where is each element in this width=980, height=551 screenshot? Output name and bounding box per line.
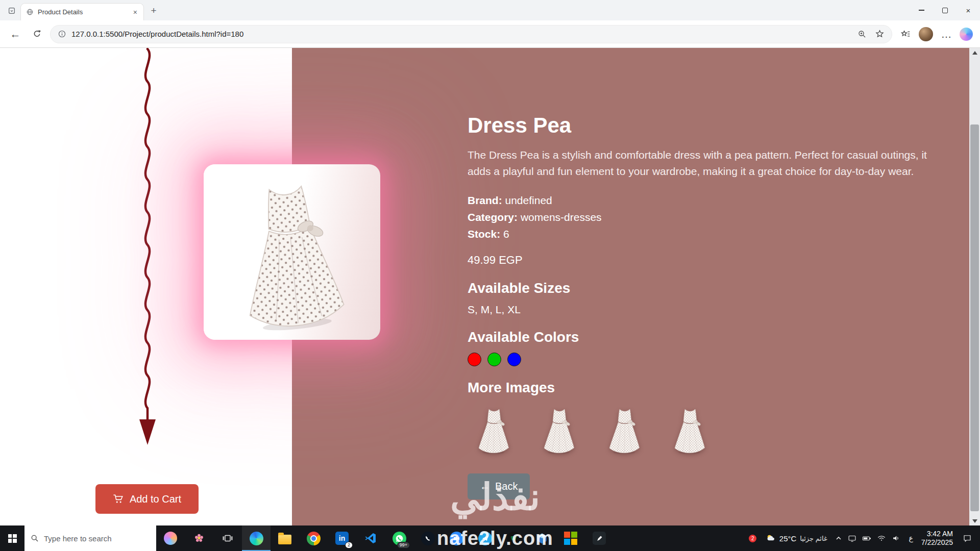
file-explorer-icon[interactable]	[271, 525, 299, 551]
pen-app-icon[interactable]	[585, 525, 614, 551]
stock-label: Stock:	[468, 228, 500, 240]
window-controls: ×	[910, 0, 980, 20]
menu-ellipsis-icon[interactable]: …	[938, 26, 954, 42]
favorites-hub-icon[interactable]	[897, 26, 914, 42]
thumbnail-image[interactable]	[541, 404, 578, 455]
whatsapp-badge: 99+	[397, 542, 410, 548]
chrome-icon[interactable]	[299, 525, 328, 551]
zoom-lens-icon[interactable]	[857, 30, 867, 39]
product-details: Dress Pea The Dress Pea is a stylish and…	[468, 113, 952, 499]
thumbnail-row	[476, 404, 952, 455]
windows-logo-icon	[8, 534, 17, 543]
thumbnail-image[interactable]	[672, 404, 708, 455]
battery-icon[interactable]	[862, 534, 871, 543]
telegram-icon[interactable]	[471, 525, 499, 551]
product-description: The Dress Pea is a stylish and comfortab…	[468, 147, 952, 180]
add-to-cart-label: Add to Cart	[130, 493, 181, 505]
tray-app-icon[interactable]: 2	[748, 533, 758, 543]
wavy-arrow-decoration	[135, 48, 160, 456]
brand-label: Brand:	[468, 194, 502, 206]
page-content: Dress Pea The Dress Pea is a stylish and…	[0, 48, 980, 525]
weather-condition: غائم جزئيا	[800, 535, 827, 542]
copilot-icon[interactable]	[960, 28, 973, 41]
display-tray-icon[interactable]	[848, 534, 856, 543]
back-label: Back	[495, 481, 518, 492]
color-swatch[interactable]	[487, 353, 501, 366]
start-button[interactable]	[0, 525, 24, 551]
video-call-icon[interactable]	[442, 525, 471, 551]
edge-taskbar-icon[interactable]	[242, 525, 271, 551]
category-label: Category:	[468, 211, 518, 223]
thumbnail-image[interactable]	[606, 404, 643, 455]
globe-favicon-icon	[26, 8, 34, 16]
cube-app-icon[interactable]	[528, 525, 556, 551]
tray-badge: 2	[749, 535, 756, 542]
favorite-star-icon[interactable]	[875, 29, 885, 39]
weather-icon	[766, 533, 776, 543]
browser-tab[interactable]: Product Details ×	[20, 3, 144, 20]
tab-close-icon[interactable]: ×	[132, 8, 138, 16]
color-swatches	[468, 353, 952, 366]
taskbar-search[interactable]: Type here to search	[24, 525, 156, 551]
minimize-button[interactable]	[910, 0, 933, 20]
tab-strip: Product Details × + ×	[0, 0, 980, 20]
search-icon	[31, 534, 39, 542]
page-scrollbar[interactable]	[969, 48, 980, 525]
search-placeholder: Type here to search	[44, 534, 112, 543]
hidden-icons-chevron[interactable]	[835, 535, 842, 542]
back-page-button[interactable]: ← Back	[468, 473, 530, 499]
phone-app-icon[interactable]	[413, 525, 442, 551]
new-tab-button[interactable]: +	[146, 3, 161, 18]
colors-heading: Available Colors	[468, 329, 952, 345]
site-info-icon[interactable]	[58, 30, 66, 38]
scrollbar-down-icon[interactable]	[969, 516, 980, 525]
wifi-icon[interactable]	[877, 534, 886, 543]
add-to-cart-button[interactable]: Add to Cart	[95, 484, 199, 514]
whatsapp-icon[interactable]: 99+	[385, 525, 413, 551]
address-bar[interactable]: 127.0.0.1:5500/Project/productDetails.ht…	[50, 25, 892, 43]
flower-icon[interactable]	[185, 525, 213, 551]
more-images-heading: More Images	[468, 380, 952, 396]
vscode-icon[interactable]	[356, 525, 385, 551]
system-tray: 2 25°C غائم جزئيا ع 3:42 AM 7/22/2025	[748, 525, 980, 551]
scrollbar-thumb[interactable]	[970, 124, 979, 511]
browser-toolbar: ← 127.0.0.1:5500/Project/productDetails.…	[0, 20, 980, 48]
taskbar: Type here to search in 2 99+	[0, 525, 980, 551]
tab-title: Product Details	[38, 8, 128, 16]
linkedin-icon[interactable]: in 2	[328, 525, 356, 551]
thumbnail-image[interactable]	[476, 404, 512, 455]
task-view-icon[interactable]	[213, 525, 242, 551]
weather-widget[interactable]: 25°C غائم جزئيا	[764, 533, 829, 543]
color-swatch[interactable]	[468, 353, 481, 366]
url-text[interactable]: 127.0.0.1:5500/Project/productDetails.ht…	[71, 30, 852, 38]
search-highlights-icon[interactable]	[156, 525, 185, 551]
maximize-button[interactable]	[933, 0, 957, 20]
sizes-value: S, M, L, XL	[468, 304, 952, 316]
volume-icon[interactable]	[892, 534, 901, 543]
clock-date: 7/22/2025	[921, 538, 953, 547]
refresh-icon[interactable]	[29, 26, 45, 42]
product-title: Dress Pea	[468, 113, 952, 138]
tab-actions-icon[interactable]	[4, 3, 19, 19]
weather-temp: 25°C	[779, 534, 797, 543]
spotify-icon[interactable]	[499, 525, 528, 551]
tiles-app-icon[interactable]	[556, 525, 585, 551]
category-value: womens-dresses	[521, 211, 602, 223]
taskbar-clock[interactable]: 3:42 AM 7/22/2025	[921, 530, 953, 547]
scrollbar-up-icon[interactable]	[969, 48, 980, 57]
stock-value: 6	[503, 228, 509, 240]
profile-avatar[interactable]	[919, 27, 933, 41]
product-price: 49.99 EGP	[468, 254, 952, 267]
product-category: Category: womens-dresses	[468, 209, 952, 226]
clock-time: 3:42 AM	[921, 530, 953, 538]
color-swatch[interactable]	[507, 353, 521, 366]
back-arrow-icon: ←	[480, 481, 490, 492]
linkedin-badge: 2	[345, 542, 353, 548]
action-center-icon[interactable]	[959, 534, 976, 543]
close-window-button[interactable]: ×	[957, 0, 980, 20]
product-brand: Brand: undefined	[468, 192, 952, 209]
nav-back-icon[interactable]: ←	[7, 26, 23, 42]
product-image-card	[204, 164, 380, 340]
language-indicator[interactable]: ع	[906, 534, 916, 542]
product-dress-image	[225, 166, 359, 339]
